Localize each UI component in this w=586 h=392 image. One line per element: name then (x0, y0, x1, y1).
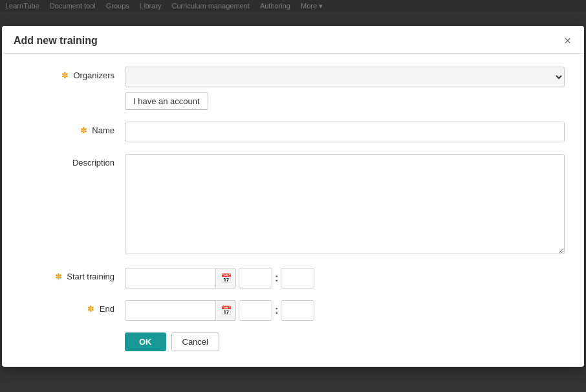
modal-header: Add new training × (2, 26, 584, 54)
end-date-wrap: 📅 (125, 300, 236, 321)
organizers-label: ✽ Organizers (21, 67, 125, 80)
end-date-input[interactable] (125, 300, 215, 321)
name-input[interactable] (125, 122, 565, 142)
start-required-star: ✽ (55, 272, 62, 281)
end-required-star: ✽ (87, 304, 94, 314)
calendar-icon: 📅 (221, 273, 232, 283)
start-training-label: ✽ Start training (21, 268, 125, 281)
name-row: ✽ Name (21, 122, 565, 142)
organizers-select[interactable] (125, 67, 565, 87)
modal-title: Add new training (14, 35, 98, 47)
name-control-wrap (125, 122, 565, 142)
description-textarea[interactable] (125, 154, 565, 254)
start-datetime-wrap: 📅 00 : 00 (125, 268, 565, 289)
description-control-wrap (125, 154, 565, 256)
start-time-separator: : (275, 272, 278, 284)
start-date-wrap: 📅 (125, 268, 236, 289)
modal-body: ✽ Organizers I have an account ✽ Name (2, 54, 584, 367)
name-required-star: ✽ (80, 125, 87, 135)
end-calendar-button[interactable]: 📅 (215, 300, 236, 321)
end-datetime-wrap: 📅 00 : 00 (125, 300, 565, 321)
end-label: ✽ End (21, 300, 125, 314)
end-time-separator: : (275, 305, 278, 316)
description-label: Description (21, 154, 125, 168)
form-actions: OK Cancel (21, 332, 565, 351)
modal-overlay: Add new training × ✽ Organizers I have a… (0, 0, 586, 392)
cancel-button[interactable]: Cancel (171, 332, 219, 351)
start-training-control-wrap: 📅 00 : 00 (125, 268, 565, 289)
description-row: Description (21, 154, 565, 256)
end-control-wrap: 📅 00 : 00 (125, 300, 565, 321)
start-date-input[interactable] (125, 268, 215, 289)
ok-button[interactable]: OK (125, 332, 166, 351)
close-button[interactable]: × (563, 35, 572, 47)
start-hour-input[interactable]: 00 (239, 268, 272, 289)
end-row: ✽ End 📅 00 : 00 (21, 300, 565, 321)
start-calendar-button[interactable]: 📅 (215, 268, 236, 289)
add-training-modal: Add new training × ✽ Organizers I have a… (2, 26, 584, 367)
start-training-row: ✽ Start training 📅 00 : 00 (21, 268, 565, 289)
name-label: ✽ Name (21, 122, 125, 135)
organizers-control-wrap: I have an account (125, 67, 565, 110)
organizers-required-star: ✽ (61, 71, 69, 80)
end-calendar-icon: 📅 (221, 305, 232, 316)
end-hour-input[interactable]: 00 (239, 300, 272, 321)
end-minute-input[interactable]: 00 (281, 300, 314, 321)
organizers-row: ✽ Organizers I have an account (21, 67, 565, 110)
start-minute-input[interactable]: 00 (281, 268, 314, 289)
have-account-button[interactable]: I have an account (125, 93, 208, 110)
